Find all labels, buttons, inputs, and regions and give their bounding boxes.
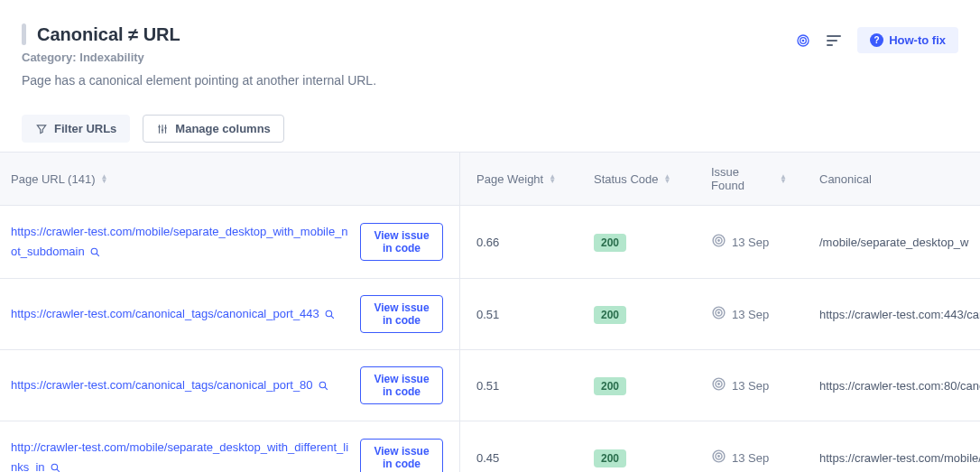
- page-title: Canonical ≠ URL: [37, 24, 180, 45]
- svg-point-18: [718, 456, 719, 457]
- col-status-code[interactable]: Status Code▲▼: [578, 153, 695, 205]
- page-weight-value: 0.51: [460, 292, 578, 338]
- col-page-url[interactable]: Page URL (141)▲▼: [0, 153, 460, 205]
- target-icon: [711, 305, 726, 323]
- target-icon: [711, 376, 726, 394]
- svg-point-11: [319, 382, 326, 388]
- page-url-link[interactable]: https://crawler-test.com/canonical_tags/…: [11, 378, 313, 392]
- page-description: Page has a canonical element pointing at…: [22, 73, 796, 88]
- svg-point-14: [718, 384, 719, 384]
- col-canonical[interactable]: Canonical: [803, 153, 980, 205]
- page-weight-value: 0.51: [460, 363, 578, 409]
- issue-date: 13 Sep: [732, 236, 769, 249]
- view-issue-button[interactable]: View issue in code: [360, 366, 443, 404]
- table-header-row: Page URL (141)▲▼ Page Weight▲▼ Status Co…: [0, 152, 980, 206]
- howto-fix-label: How-to fix: [889, 33, 946, 47]
- title-accent-bar: [22, 23, 26, 45]
- page-url-link[interactable]: https://crawler-test.com/canonical_tags/…: [11, 307, 319, 320]
- issue-date: 13 Sep: [732, 308, 769, 321]
- svg-point-6: [718, 240, 719, 241]
- table-row: https://crawler-test.com/canonical_tags/…: [0, 279, 980, 350]
- manage-columns-button[interactable]: Manage columns: [143, 115, 283, 143]
- manage-columns-label: Manage columns: [175, 122, 270, 135]
- view-issue-button[interactable]: View issue in code: [360, 295, 443, 333]
- col-page-weight[interactable]: Page Weight▲▼: [460, 153, 578, 205]
- filter-urls-label: Filter URLs: [54, 122, 116, 135]
- question-icon: ?: [870, 33, 883, 47]
- svg-point-2: [803, 40, 804, 41]
- howto-fix-button[interactable]: ? How-to fix: [857, 27, 958, 53]
- inspect-icon[interactable]: [318, 380, 329, 392]
- sort-icon: ▲▼: [100, 174, 107, 183]
- svg-point-15: [51, 464, 58, 470]
- table-row: http://crawler-test.com/mobile/separate_…: [0, 421, 980, 472]
- target-icon[interactable]: [796, 33, 810, 48]
- table-row: https://crawler-test.com/canonical_tags/…: [0, 350, 980, 421]
- target-icon: [711, 449, 726, 467]
- sort-lines-icon[interactable]: [827, 35, 841, 46]
- status-badge: 200: [594, 377, 626, 395]
- canonical-value: https://crawler-test.com:80/canonical_ta…: [803, 363, 980, 409]
- svg-point-3: [91, 248, 97, 255]
- target-icon: [711, 233, 726, 251]
- svg-point-10: [718, 312, 719, 313]
- canonical-value: https://crawler-test.com/mobile/separate…: [803, 435, 980, 473]
- svg-point-7: [327, 310, 333, 317]
- page-weight-value: 0.45: [460, 435, 578, 473]
- col-issue-found[interactable]: Issue Found▲▼: [695, 153, 803, 205]
- inspect-icon[interactable]: [89, 246, 101, 258]
- page-url-link[interactable]: https://crawler-test.com/mobile/separate…: [11, 225, 348, 258]
- sort-icon: ▲▼: [664, 174, 671, 183]
- inspect-icon[interactable]: [324, 309, 336, 320]
- page-weight-value: 0.66: [460, 219, 578, 265]
- issue-date: 13 Sep: [732, 379, 769, 393]
- issue-date: 13 Sep: [732, 451, 769, 465]
- status-badge: 200: [594, 449, 626, 467]
- canonical-value: https://crawler-test.com:443/canonical_t…: [803, 292, 980, 338]
- status-badge: 200: [594, 234, 626, 252]
- filter-icon: [35, 123, 48, 135]
- inspect-icon[interactable]: [50, 462, 61, 472]
- sort-icon: ▲▼: [549, 174, 556, 183]
- view-issue-button[interactable]: View issue in code: [360, 439, 443, 472]
- sort-icon: ▲▼: [780, 174, 787, 183]
- category-label: Category: Indexability: [22, 51, 796, 64]
- canonical-value: /mobile/separate_desktop_w: [803, 219, 980, 265]
- filter-urls-button[interactable]: Filter URLs: [22, 115, 130, 143]
- table-row: https://crawler-test.com/mobile/separate…: [0, 206, 980, 279]
- sliders-icon: [156, 123, 169, 135]
- status-badge: 200: [594, 306, 626, 324]
- view-issue-button[interactable]: View issue in code: [360, 223, 443, 261]
